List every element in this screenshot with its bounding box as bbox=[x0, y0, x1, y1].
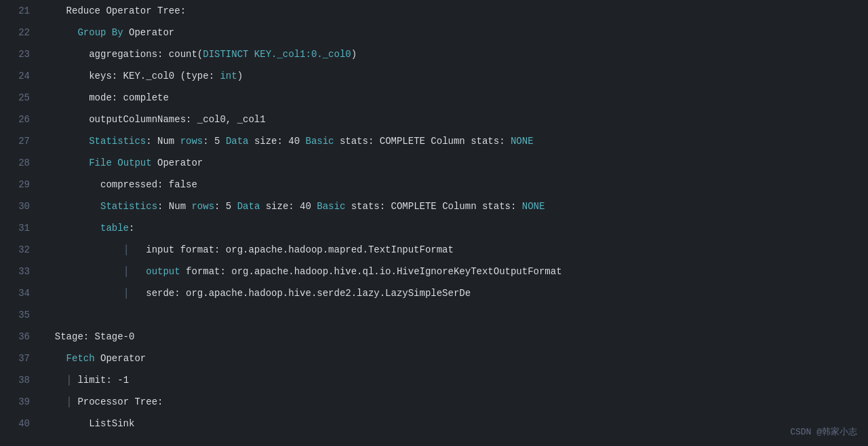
line-number: 27 bbox=[0, 130, 41, 152]
table-row: 40 ListSink bbox=[0, 413, 868, 434]
line-content: │ input format: org.apache.hadoop.mapred… bbox=[41, 239, 868, 261]
table-row: 34 │ serde: org.apache.hadoop.hive.serde… bbox=[0, 282, 868, 304]
line-content: table: bbox=[41, 217, 868, 239]
line-number: 25 bbox=[0, 87, 41, 109]
table-row: 31 table: bbox=[0, 217, 868, 239]
table-row: 22 Group By Operator bbox=[0, 22, 868, 43]
line-content: keys: KEY._col0 (type: int) bbox=[41, 65, 868, 87]
line-content: Stage: Stage-0 bbox=[41, 326, 868, 348]
line-number: 28 bbox=[0, 152, 41, 174]
line-content: outputColumnNames: _col0, _col1 bbox=[41, 109, 868, 130]
table-row: 23 aggregations: count(DISTINCT KEY._col… bbox=[0, 43, 868, 65]
line-content: │ limit: -1 bbox=[41, 369, 868, 391]
table-row: 36 Stage: Stage-0 bbox=[0, 326, 868, 348]
line-content: │ Processor Tree: bbox=[41, 391, 868, 413]
line-number: 37 bbox=[0, 348, 41, 369]
line-content: mode: complete bbox=[41, 87, 868, 109]
line-content: File Output Operator bbox=[41, 152, 868, 174]
line-content: compressed: false bbox=[41, 174, 868, 196]
line-content: Statistics: Num rows: 5 Data size: 40 Ba… bbox=[41, 130, 868, 152]
line-content: │ serde: org.apache.hadoop.hive.serde2.l… bbox=[41, 282, 868, 304]
table-row: 27 Statistics: Num rows: 5 Data size: 40… bbox=[0, 130, 868, 152]
line-number: 39 bbox=[0, 391, 41, 413]
table-row: 33 │ output format: org.apache.hadoop.hi… bbox=[0, 261, 868, 282]
line-number: 26 bbox=[0, 109, 41, 130]
line-number: 30 bbox=[0, 196, 41, 217]
line-content: Reduce Operator Tree: bbox=[41, 0, 868, 22]
line-number: 36 bbox=[0, 326, 41, 348]
table-row: 26 outputColumnNames: _col0, _col1 bbox=[0, 109, 868, 130]
line-content: │ output format: org.apache.hadoop.hive.… bbox=[41, 261, 868, 282]
line-number: 32 bbox=[0, 239, 41, 261]
line-content: Group By Operator bbox=[41, 22, 868, 43]
line-number: 23 bbox=[0, 43, 41, 65]
table-row: 38 │ limit: -1 bbox=[0, 369, 868, 391]
table-row: 24 keys: KEY._col0 (type: int) bbox=[0, 65, 868, 87]
table-row: 29 compressed: false bbox=[0, 174, 868, 196]
table-row: 37 Fetch Operator bbox=[0, 348, 868, 369]
line-number: 22 bbox=[0, 22, 41, 43]
table-row: 25 mode: complete bbox=[0, 87, 868, 109]
line-number: 38 bbox=[0, 369, 41, 391]
line-number: 29 bbox=[0, 174, 41, 196]
line-number: 34 bbox=[0, 282, 41, 304]
line-number: 24 bbox=[0, 65, 41, 87]
line-number: 35 bbox=[0, 304, 41, 326]
table-row: 28 File Output Operator bbox=[0, 152, 868, 174]
table-row: 30 Statistics: Num rows: 5 Data size: 40… bbox=[0, 196, 868, 217]
line-number: 40 bbox=[0, 413, 41, 434]
line-content: ListSink bbox=[41, 413, 868, 434]
line-number: 33 bbox=[0, 261, 41, 282]
code-viewer: 21 Reduce Operator Tree:22 Group By Oper… bbox=[0, 0, 868, 446]
table-row: 35 bbox=[0, 304, 868, 326]
table-row: 39 │ Processor Tree: bbox=[0, 391, 868, 413]
line-number: 31 bbox=[0, 217, 41, 239]
watermark-label: CSDN @韩家小志 bbox=[790, 426, 857, 438]
line-number: 21 bbox=[0, 0, 41, 22]
table-row: 21 Reduce Operator Tree: bbox=[0, 0, 868, 22]
line-content: aggregations: count(DISTINCT KEY._col1:0… bbox=[41, 43, 868, 65]
line-content: Fetch Operator bbox=[41, 348, 868, 369]
line-content: Statistics: Num rows: 5 Data size: 40 Ba… bbox=[41, 196, 868, 217]
table-row: 32 │ input format: org.apache.hadoop.map… bbox=[0, 239, 868, 261]
